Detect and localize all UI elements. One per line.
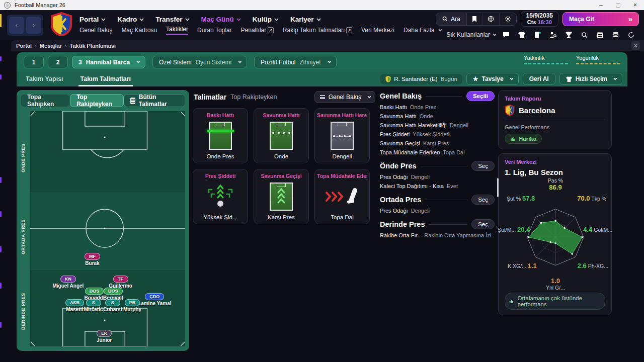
undo-button[interactable]: Geri Al bbox=[523, 73, 555, 85]
go-to-match-button[interactable]: Maça Git » bbox=[562, 12, 639, 26]
subnav-rakip-talimatlari[interactable]: Rakip Takım Talimatları↗ bbox=[283, 27, 352, 34]
all-instructions-button[interactable]: Bütün Talimatlar bbox=[124, 94, 185, 107]
manager-badge[interactable]: R. Santander (E)Bugün bbox=[380, 74, 462, 84]
quick-pick-dropdown[interactable]: Hızlı Seçim bbox=[559, 73, 622, 85]
sync-icon[interactable] bbox=[625, 29, 637, 41]
search-button[interactable]: Ara bbox=[436, 13, 467, 25]
menu-portal[interactable]: Portal bbox=[79, 16, 104, 23]
tactic-preset-1[interactable]: 1 bbox=[24, 56, 44, 68]
card-pres-siddeti[interactable]: Pres Şiddeti Yüksek Şid... bbox=[193, 169, 248, 224]
data-hub-label: Veri Merkezi bbox=[505, 159, 605, 165]
subnav-taktikler[interactable]: Taktikler bbox=[166, 26, 188, 35]
sec-button[interactable]: Seç bbox=[471, 219, 495, 229]
calendar-icon[interactable] bbox=[594, 29, 606, 41]
setting-row[interactable]: Pres ŞiddetiYüksek Şiddetli bbox=[380, 131, 495, 138]
setting-row[interactable]: Savunma Hattı HareketliliğiDengeli bbox=[380, 122, 495, 129]
familiarity-meter: Yatkınlık bbox=[524, 55, 568, 64]
view-dropdown[interactable]: Genel Bakış bbox=[314, 91, 375, 103]
tab-takim-talimatlari[interactable]: Takım Talimatları bbox=[78, 72, 133, 86]
subnav-mac-kadrosu[interactable]: Maç Kadrosu bbox=[121, 27, 157, 34]
radar-axis-label: 70.0 Tkp % bbox=[577, 195, 606, 202]
setting-row[interactable]: Baskı HattıÖnde Pres bbox=[380, 104, 495, 111]
external-link-icon: ↗ bbox=[346, 27, 352, 33]
data-hub-card[interactable]: Veri Merkezi 1. Lig, Bu Sezon Pas %86.97… bbox=[498, 153, 612, 315]
scouting-icon[interactable] bbox=[547, 29, 559, 41]
forward-button[interactable]: › bbox=[26, 17, 41, 34]
menu-transfer[interactable]: Transfer bbox=[155, 16, 188, 23]
sec-button[interactable]: Seç bbox=[471, 161, 495, 171]
setting-row[interactable]: Savunma GeçişiKarşı Pres bbox=[380, 140, 495, 147]
tactic-preset-2[interactable]: 2 bbox=[48, 56, 68, 68]
search-cluster: Ara bbox=[436, 13, 517, 26]
squad-kit-icon[interactable] bbox=[516, 29, 528, 41]
setting-row[interactable]: Kaleci Top Dağıtımı - KısaEvet bbox=[380, 183, 495, 190]
secili-button[interactable]: Seçili bbox=[466, 91, 495, 101]
bookmark-button[interactable] bbox=[467, 14, 482, 25]
tactic-pitch[interactable]: MFBurakKNMiguel AngelTFGuillermoDOSBouad… bbox=[30, 111, 185, 346]
game-system-dropdown[interactable]: Özel SistemOyun Sistemi bbox=[152, 56, 247, 68]
transfers-icon[interactable] bbox=[531, 29, 543, 41]
card-savunma-hatti[interactable]: Savunma Hattı Önde bbox=[254, 108, 309, 163]
setting-row[interactable]: Pres OdağıDengeli bbox=[380, 208, 495, 214]
messages-icon[interactable] bbox=[500, 29, 512, 41]
subnav-penaltilar[interactable]: Penaltılar↗ bbox=[241, 27, 274, 34]
mentality-dropdown[interactable]: Pozitif FutbolZihniyet bbox=[254, 56, 336, 68]
analysis-icon[interactable] bbox=[578, 29, 590, 41]
setting-row[interactable]: Rakibe Orta Fır...Rakibin Orta Yapmasına… bbox=[380, 232, 495, 239]
setting-row[interactable]: Topa Müdahale EderkenTopa Dal bbox=[380, 149, 495, 156]
game-date[interactable]: 15/9/2035 Cts 18:30 bbox=[521, 11, 558, 27]
scrollbar[interactable] bbox=[497, 178, 499, 197]
double-chevron-icon: » bbox=[628, 15, 632, 23]
player-name: Burak bbox=[70, 260, 115, 266]
maximize-button[interactable] bbox=[616, 3, 620, 8]
sec-button[interactable]: Seç bbox=[471, 195, 495, 205]
subnav-veri-merkezi[interactable]: Veri Merkezi bbox=[361, 27, 394, 34]
close-panel-button[interactable]: × bbox=[631, 41, 640, 50]
card-savunma-gecisi[interactable]: Savunma Geçişi Karşı Pres bbox=[254, 169, 309, 224]
setting-row[interactable]: Savunma HattıÖnde bbox=[380, 113, 495, 120]
menu-kulup[interactable]: Kulüp bbox=[253, 16, 277, 23]
trophy-icon[interactable] bbox=[562, 29, 575, 41]
defensive-transition-icon bbox=[257, 179, 305, 214]
thumbs-up-icon bbox=[509, 299, 514, 304]
menu-mac-gunu[interactable]: Maç Günü bbox=[201, 16, 239, 23]
close-window-button[interactable]: × bbox=[633, 2, 637, 9]
database-icon[interactable] bbox=[609, 29, 621, 41]
radar-axis-label: K XG/... 1.1 bbox=[508, 262, 537, 269]
menu-kadro[interactable]: Kadro bbox=[117, 16, 142, 23]
rating-badge: Harika bbox=[505, 134, 542, 144]
card-baski-hatti[interactable]: Baskı Hattı Önde Pres bbox=[193, 108, 248, 163]
setting-row[interactable]: Pres OdağıDengeli bbox=[380, 174, 495, 180]
club-crest bbox=[50, 12, 72, 38]
breadcrumb-portal[interactable]: Portal bbox=[16, 43, 32, 49]
segment-topa-sahipken[interactable]: Topa Sahipken bbox=[21, 94, 70, 107]
segment-top-rakipteyken[interactable]: Top Rakipteyken bbox=[70, 94, 124, 107]
player-marker[interactable]: PBMurphy bbox=[110, 297, 155, 312]
window-titlebar: ◎ Football Manager 26 – × bbox=[0, 0, 644, 10]
back-button[interactable]: ‹ bbox=[9, 17, 24, 34]
tab-takim-yapisi[interactable]: Takım Yapısı bbox=[24, 72, 65, 86]
performance-badge: Ortalamanın çok üstünde performans bbox=[505, 293, 605, 310]
barcelona-crest-icon bbox=[505, 105, 515, 116]
globe-icon bbox=[488, 16, 494, 22]
world-button[interactable] bbox=[482, 13, 500, 25]
zone-strip: ÖNDE PRES ORTADA PRES DERİNDE PRES bbox=[21, 111, 30, 346]
minimize-button[interactable]: – bbox=[599, 2, 603, 9]
star-icon: ★ bbox=[473, 75, 478, 82]
breadcrumb-mesajlar[interactable]: Mesajlar bbox=[40, 43, 62, 49]
settings-button[interactable] bbox=[500, 13, 516, 25]
favorites-dropdown[interactable]: Sık Kullanılanlar bbox=[446, 31, 495, 38]
card-hareketlilik[interactable]: Savunma Hattı Hareketliliği Dengeli bbox=[314, 108, 370, 163]
player-position-badge: TF bbox=[113, 276, 128, 283]
player-marker[interactable]: MFBurak bbox=[70, 251, 115, 266]
tactic-preset-3-selector[interactable]: 3Hannibal Barca bbox=[72, 56, 145, 68]
subnav-duran-toplar[interactable]: Duran Toplar bbox=[197, 27, 231, 34]
radar-axis-label: Şut % 57.8 bbox=[507, 195, 535, 202]
section-derinde-pres: Derinde Pres Seç Rakibe Orta Fır...Rakib… bbox=[380, 219, 495, 239]
subnav-genel-bakis[interactable]: Genel Bakış bbox=[79, 27, 112, 34]
player-marker[interactable]: LKJúnior bbox=[82, 328, 127, 343]
card-topa-mudahale[interactable]: Topa Müdahale Ederken Topa Dal bbox=[314, 169, 370, 224]
menu-kariyer[interactable]: Kariyer bbox=[290, 16, 319, 23]
advice-dropdown[interactable]: ★Tavsiye bbox=[466, 73, 519, 85]
team-report-card[interactable]: Takım Raporu Barcelona Genel Performans … bbox=[498, 90, 612, 149]
